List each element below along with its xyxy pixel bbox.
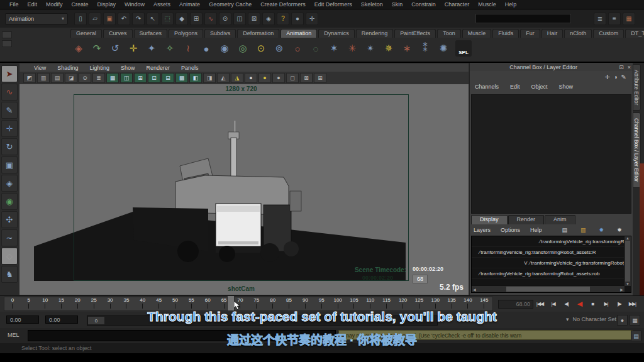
timeline-tick[interactable]: 130 — [427, 297, 443, 310]
scrollbar-thumb[interactable] — [625, 241, 630, 282]
select-by-component-icon[interactable]: ◆ — [175, 13, 188, 25]
open-scene-icon[interactable]: ▱ — [89, 13, 101, 25]
scrollbar-thumb[interactable] — [506, 287, 591, 292]
timeline-tick[interactable]: 0 — [4, 297, 21, 310]
snap-to-view-plane-icon[interactable]: ◫ — [233, 13, 246, 25]
play-backwards-button[interactable]: ◀ — [574, 298, 585, 309]
step-back-key-button[interactable]: |◀ — [548, 298, 558, 309]
timeline-tick[interactable]: 30 — [102, 297, 118, 310]
layer-row[interactable]: ∕ tranformingVehicle_rig:transformingRob… — [472, 268, 631, 279]
field-chart-icon[interactable]: ⊡ — [148, 73, 160, 83]
select-by-object-icon[interactable]: ⬚ — [161, 13, 174, 25]
timeline-tick[interactable]: 35 — [118, 297, 135, 310]
shelf-tab[interactable]: Muscle — [462, 29, 492, 38]
skeleton-icon[interactable]: ≀ — [180, 40, 196, 57]
sidebar-toggle-icon[interactable]: ▦ — [623, 13, 635, 25]
universal-manipulator-tool[interactable]: ◈ — [1, 175, 18, 192]
timeline-tick[interactable]: 25 — [86, 297, 102, 310]
scroll-left-icon[interactable]: ◀ — [472, 287, 477, 292]
list-output-operations-icon[interactable]: ≡ — [608, 13, 621, 25]
aim-constraint-icon[interactable]: ✺ — [435, 40, 452, 57]
float-panel-icon[interactable]: ⊡ — [617, 64, 626, 70]
menu-set-selector[interactable]: Animation ▾ — [5, 13, 68, 25]
menu-item[interactable]: Assets — [149, 1, 175, 8]
layer-editor-menu-item[interactable]: Layers — [474, 227, 491, 233]
smooth-shade-icon[interactable]: ◨ — [203, 73, 216, 83]
shelf-tab[interactable]: Rendering — [356, 29, 394, 38]
layer-type-icon[interactable]: ∕ — [530, 260, 530, 266]
lattice-icon[interactable]: ○ — [289, 40, 306, 57]
viewport-menu-item[interactable]: Panels — [175, 65, 204, 71]
viewport-menu-item[interactable]: Show — [115, 65, 141, 71]
scale-tool[interactable]: ▣ — [1, 156, 18, 173]
manipulator-axis-icon[interactable]: ✛ — [604, 74, 609, 80]
stop-button[interactable]: ■ — [587, 298, 598, 309]
layer-row[interactable]: V ∕ tranformingVehicle_rig:transformingR… — [472, 258, 631, 268]
timeline-tick[interactable]: 100 — [330, 297, 346, 310]
layer-editor-tab[interactable]: Render — [508, 215, 545, 224]
new-layer-from-selected-icon[interactable]: ✸ — [617, 227, 622, 233]
timeline-tick[interactable]: 55 — [183, 297, 199, 310]
snap-to-curve-icon[interactable]: ∿ — [204, 13, 217, 25]
timeline-tick[interactable]: 115 — [379, 297, 395, 310]
select-tool[interactable]: ➤ — [1, 65, 18, 82]
shelf-tab[interactable]: DT_TRP_Rigging — [625, 29, 644, 38]
shelf-tab[interactable]: Dynamics — [318, 29, 355, 38]
timeline-tick[interactable]: 40 — [135, 297, 151, 310]
scroll-right-icon[interactable]: ▶ — [619, 287, 625, 292]
soft-modification-tool[interactable]: ◉ — [1, 193, 18, 210]
shelf-tab[interactable]: Custom — [593, 29, 624, 38]
bookmarks-icon[interactable]: ◪ — [65, 73, 77, 83]
shelf-tab[interactable]: Subdivs — [204, 29, 236, 38]
timeline-tick[interactable]: 75 — [248, 297, 265, 310]
render-help-icon[interactable]: ? — [277, 13, 289, 25]
timeline-tick[interactable]: 10 — [37, 297, 53, 310]
menu-item[interactable]: File — [5, 1, 23, 8]
shelf-tab[interactable]: PaintEffects — [394, 29, 436, 38]
channel-box-menu-item[interactable]: Object — [531, 84, 554, 90]
shelf-tab[interactable]: Surfaces — [134, 29, 168, 38]
lighting-default-icon[interactable]: ● — [258, 73, 271, 83]
channel-box-menu-item[interactable]: Channels — [475, 84, 505, 90]
spl-shelf-icon[interactable]: SPL — [455, 40, 472, 57]
scroll-up-icon[interactable]: ▲ — [626, 236, 630, 240]
layer-editor-tab[interactable]: Anim — [545, 215, 575, 224]
redo-icon[interactable]: ↷ — [132, 13, 145, 25]
menu-item[interactable]: Constrain — [407, 1, 440, 8]
shelf-tab[interactable]: Deformation — [237, 29, 279, 38]
move-tool[interactable]: ✛ — [1, 120, 18, 137]
step-back-frame-button[interactable]: ◀| — [561, 298, 572, 309]
layer-editor-tab[interactable]: Display — [471, 215, 508, 224]
timeline-tick[interactable]: 120 — [395, 297, 411, 310]
use-default-material-icon[interactable]: ◮ — [231, 73, 243, 83]
channel-box-menu-item[interactable]: Edit — [510, 84, 526, 90]
paint-selection-tool[interactable]: ✎ — [1, 102, 18, 119]
menu-item[interactable]: Muscle — [474, 1, 501, 8]
menu-item[interactable]: Skeleton — [357, 1, 387, 8]
menu-item[interactable]: Edit — [23, 1, 42, 8]
move-layer-up-icon[interactable]: ▤ — [562, 227, 568, 233]
quick-selection-field[interactable] — [475, 14, 571, 23]
go-to-end-button[interactable]: ▶▶| — [627, 298, 638, 309]
layer-type-icon[interactable]: ∕ — [479, 250, 480, 255]
ik-handle-icon[interactable]: ↷ — [89, 40, 105, 57]
menu-item[interactable]: Geometry Cache — [204, 1, 256, 8]
ik-spline-icon[interactable]: ↺ — [107, 40, 123, 57]
jiggle-icon[interactable]: ✵ — [380, 40, 397, 57]
timeline-tick[interactable]: 45 — [151, 297, 167, 310]
camera-attributes-icon[interactable]: ▤ — [51, 73, 64, 83]
layer-name[interactable]: tranformingVehicle_rig:transformingRobot… — [531, 260, 631, 266]
shelf-tab[interactable]: Toon — [437, 29, 461, 38]
viewport-menu-item[interactable]: View — [28, 65, 52, 71]
wire-tool-icon[interactable]: ✳ — [344, 40, 360, 57]
shelf-tab[interactable]: nCloth — [564, 29, 592, 38]
current-time-field[interactable]: 68.00 — [498, 300, 533, 309]
shelf-tab[interactable]: Curves — [103, 29, 133, 38]
timeline-tick[interactable]: 5 — [21, 297, 37, 310]
layer-list-horizontal-scrollbar[interactable]: ◀ ▶ — [472, 285, 625, 292]
make-live-icon[interactable]: ⊠ — [248, 13, 260, 25]
layer-name[interactable]: tranformingVehicle_rig:transformingRobot… — [480, 271, 599, 277]
textured-icon[interactable]: ◭ — [217, 73, 230, 83]
scroll-down-icon[interactable]: ▼ — [626, 282, 630, 286]
timeline-tick[interactable]: 95 — [313, 297, 330, 310]
